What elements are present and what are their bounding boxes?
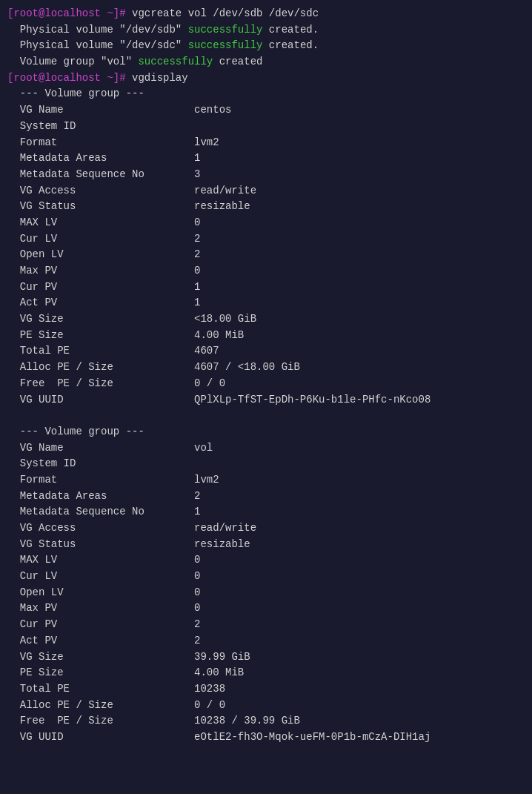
output-line-4: Volume group "vol" successfully created bbox=[7, 54, 525, 70]
vg1-uuid: VG UUID QPlXLp-TfST-EpDh-P6Ku-b1le-PHfc-… bbox=[7, 392, 525, 408]
output-line-2: Physical volume "/dev/sdb" successfully … bbox=[7, 22, 525, 39]
vg2-total-pe: Total PE 10238 bbox=[7, 681, 525, 698]
blank-line bbox=[7, 408, 525, 424]
suffix-3: created. bbox=[262, 39, 319, 51]
vg2-pe-size: PE Size 4.00 MiB bbox=[7, 665, 525, 681]
vg1-alloc-pe: Alloc PE / Size 4607 / <18.00 GiB bbox=[7, 360, 525, 376]
vg2-cur-pv: Cur PV 2 bbox=[7, 617, 525, 633]
vg2-max-pv: Max PV 0 bbox=[7, 601, 525, 617]
vg2-max-lv: MAX LV 0 bbox=[7, 552, 525, 569]
vg1-act-pv: Act PV 1 bbox=[7, 295, 525, 311]
success-2: successfully bbox=[188, 24, 263, 36]
vg1-name: VG Name centos bbox=[7, 102, 525, 119]
vg1-sysid: System ID bbox=[7, 119, 525, 135]
prompt-1: [root@localhost ~]# bbox=[7, 7, 132, 19]
vg2-act-pv: Act PV 2 bbox=[7, 633, 525, 649]
vg1-open-lv: Open LV 2 bbox=[7, 247, 525, 263]
vg1-meta-areas: Metadata Areas 1 bbox=[7, 150, 525, 167]
vg2-uuid: VG UUID eOtlE2-fh3O-Mqok-ueFM-0P1b-mCzA-… bbox=[7, 730, 525, 746]
vg2-header: --- Volume group --- bbox=[7, 424, 525, 440]
label-3: Physical volume "/dev/sdc" bbox=[7, 39, 188, 51]
vg2-size: VG Size 39.99 GiB bbox=[7, 649, 525, 666]
label-2: Physical volume "/dev/sdb" bbox=[7, 24, 188, 36]
vg1-access: VG Access read/write bbox=[7, 183, 525, 199]
cmd-5: vgdisplay bbox=[132, 72, 188, 84]
vg2-access: VG Access read/write bbox=[7, 520, 525, 537]
vg2-name: VG Name vol bbox=[7, 440, 525, 457]
vg1-free-pe: Free PE / Size 0 / 0 bbox=[7, 376, 525, 392]
vg2-meta-areas: Metadata Areas 2 bbox=[7, 489, 525, 505]
vg1-total-pe: Total PE 4607 bbox=[7, 343, 525, 360]
vg2-sysid: System ID bbox=[7, 456, 525, 472]
vg1-max-lv: MAX LV 0 bbox=[7, 215, 525, 231]
output-line-3: Physical volume "/dev/sdc" successfully … bbox=[7, 38, 525, 54]
vg1-format: Format lvm2 bbox=[7, 135, 525, 151]
vg1-pe-size: PE Size 4.00 MiB bbox=[7, 328, 525, 344]
prompt-5: [root@localhost ~]# bbox=[7, 72, 132, 84]
suffix-4: created bbox=[213, 56, 262, 67]
vg2-status: VG Status resizable bbox=[7, 537, 525, 553]
vg2-cur-lv: Cur LV 0 bbox=[7, 569, 525, 585]
vg1-status: VG Status resizable bbox=[7, 199, 525, 215]
success-4: successfully bbox=[138, 56, 213, 67]
vg2-open-lv: Open LV 0 bbox=[7, 585, 525, 601]
vg2-alloc-pe: Alloc PE / Size 0 / 0 bbox=[7, 698, 525, 714]
suffix-2: created. bbox=[262, 24, 319, 36]
command-line-1: [root@localhost ~]# vgcreate vol /dev/sd… bbox=[7, 6, 525, 22]
vg1-cur-lv: Cur LV 2 bbox=[7, 231, 525, 248]
terminal: [root@localhost ~]# vgcreate vol /dev/sd… bbox=[7, 6, 525, 746]
vg2-meta-seq: Metadata Sequence No 1 bbox=[7, 504, 525, 520]
command-line-5: [root@localhost ~]# vgdisplay bbox=[7, 70, 525, 87]
vg1-size: VG Size <18.00 GiB bbox=[7, 311, 525, 328]
cmd-1: vgcreate vol /dev/sdb /dev/sdc bbox=[132, 7, 319, 19]
vg1-cur-pv: Cur PV 1 bbox=[7, 279, 525, 296]
vg1-header: --- Volume group --- bbox=[7, 86, 525, 102]
vg2-format: Format lvm2 bbox=[7, 472, 525, 489]
success-3: successfully bbox=[188, 39, 263, 51]
vg2-free-pe: Free PE / Size 10238 / 39.99 GiB bbox=[7, 713, 525, 730]
label-4: Volume group "vol" bbox=[7, 56, 138, 67]
vg1-meta-seq: Metadata Sequence No 3 bbox=[7, 167, 525, 183]
vg1-max-pv: Max PV 0 bbox=[7, 263, 525, 279]
